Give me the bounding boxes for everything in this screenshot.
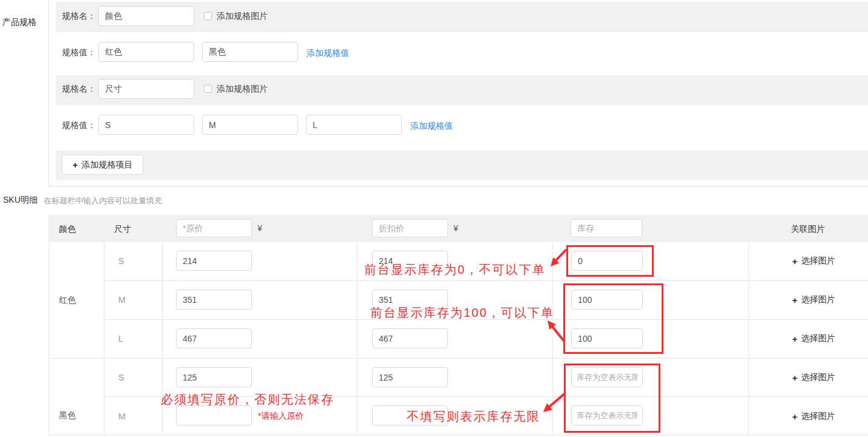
annotation-stock-100: 前台显示库存为100，可以下单 [370, 306, 554, 319]
sku-size-cell: S [118, 373, 124, 382]
plus-icon: + [792, 257, 798, 266]
spec-value-input-1-2[interactable] [202, 42, 298, 62]
annotation-box-stock-zero [566, 245, 654, 277]
select-image-button-r5[interactable]: + 选择图片 [792, 411, 835, 422]
select-image-label: 选择图片 [801, 256, 835, 266]
spec-value-input-2-1[interactable] [98, 115, 194, 135]
spec-value-label-1: 规格值： [62, 48, 96, 57]
plus-icon: + [73, 160, 78, 169]
plus-icon: + [792, 296, 798, 305]
annotation-arrow-down-left-2 [537, 388, 569, 418]
product-sku-edit-page: 产品规格 规格名： 添加规格图片 规格值： 添加规格值 规格名： 添加规格图片 … [0, 0, 868, 437]
table-col-divider-1 [104, 241, 104, 435]
annotation-stock-zero: 前台显示库存为0，不可以下单 [364, 263, 546, 276]
table-line-header-bottom [49, 241, 868, 242]
batch-stock-input[interactable] [571, 219, 642, 237]
annotation-box-stock-unlimited [564, 364, 660, 433]
table-line-row2 [104, 319, 868, 320]
spec-section-left-border [49, 0, 49, 186]
spec-name-label-1: 规格名： [62, 12, 96, 21]
annotation-box-stock-100 [563, 283, 663, 354]
sku-section-title: SKU明细 [3, 195, 38, 205]
spec-value-input-2-3[interactable] [306, 115, 402, 135]
sku-section-hint: 在标题栏中输入内容可以批量填充 [44, 196, 162, 205]
orig-price-input-r5[interactable] [176, 405, 252, 425]
annotation-arrow-up-left [540, 314, 569, 346]
add-spec-image-checkbox-2[interactable] [204, 85, 212, 93]
select-image-label: 选择图片 [801, 411, 835, 422]
spec-value-input-2-2[interactable] [202, 115, 298, 135]
spec-value-label-2: 规格值： [62, 121, 96, 130]
select-image-button-r4[interactable]: + 选择图片 [792, 372, 835, 383]
orig-price-error: *请输入原价 [258, 411, 303, 421]
annotation-stock-unlimited: 不填写则表示库存无限 [407, 410, 540, 423]
table-line-bottom [49, 435, 868, 435]
table-col-divider-5 [748, 241, 749, 435]
select-image-label: 选择图片 [801, 294, 835, 305]
sku-size-cell: S [118, 256, 124, 266]
sku-table-header [49, 215, 868, 241]
select-image-button-r3[interactable]: + 选择图片 [792, 333, 835, 344]
annotation-must-fill-price: 必须填写原价，否则无法保存 [161, 393, 334, 406]
select-image-button-r1[interactable]: + 选择图片 [792, 256, 835, 266]
orig-price-input-r3[interactable] [176, 328, 252, 348]
spec-section-title: 产品规格 [2, 17, 36, 27]
add-spec-image-checkbox-1[interactable] [204, 12, 212, 20]
add-spec-image-label-2: 添加规格图片 [217, 84, 268, 93]
plus-icon: + [792, 373, 798, 382]
add-spec-group-row [56, 151, 868, 180]
sku-color-red: 红色 [59, 295, 76, 305]
plus-icon: + [792, 412, 798, 421]
batch-orig-price-input[interactable] [176, 219, 252, 237]
currency-symbol-orig: ¥ [257, 223, 262, 233]
add-spec-image-label-1: 添加规格图片 [217, 12, 268, 21]
select-image-button-r2[interactable]: + 选择图片 [792, 294, 835, 305]
batch-discount-price-input[interactable] [372, 219, 448, 237]
orig-price-input-r1[interactable] [176, 251, 252, 271]
spec-name-input-1[interactable] [98, 6, 194, 26]
spec-section-divider [49, 186, 868, 186]
add-spec-value-link-1[interactable]: 添加规格值 [307, 48, 349, 58]
discount-price-input-r4[interactable] [372, 367, 448, 387]
sku-size-cell: M [118, 412, 126, 421]
discount-price-input-r3[interactable] [372, 328, 448, 348]
add-spec-group-button[interactable]: + 添加规格项目 [62, 155, 143, 175]
annotation-arrow-down-left-1 [543, 243, 570, 271]
table-line-group [49, 358, 868, 359]
spec-value-input-1-1[interactable] [98, 42, 194, 62]
add-spec-group-button-label: 添加规格项目 [81, 160, 132, 171]
sku-size-cell: L [118, 334, 123, 344]
spec-name-label-2: 规格名： [62, 84, 96, 93]
orig-price-input-r2[interactable] [176, 290, 252, 310]
sku-color-black: 黑色 [59, 410, 76, 420]
sku-size-cell: M [118, 295, 126, 305]
select-image-label: 选择图片 [801, 372, 835, 383]
sku-header-image: 关联图片 [791, 224, 825, 234]
sku-header-color: 颜色 [59, 224, 76, 234]
table-border-left [49, 215, 49, 435]
table-col-divider-3 [357, 241, 358, 435]
table-line-row1 [104, 280, 868, 281]
plus-icon: + [792, 334, 798, 344]
orig-price-input-r4[interactable] [176, 367, 252, 387]
spec-name-input-2[interactable] [98, 79, 194, 99]
select-image-label: 选择图片 [801, 333, 835, 344]
add-spec-value-link-2[interactable]: 添加规格值 [410, 121, 453, 130]
currency-symbol-discount: ¥ [453, 223, 458, 233]
sku-header-size: 尺寸 [114, 224, 131, 234]
